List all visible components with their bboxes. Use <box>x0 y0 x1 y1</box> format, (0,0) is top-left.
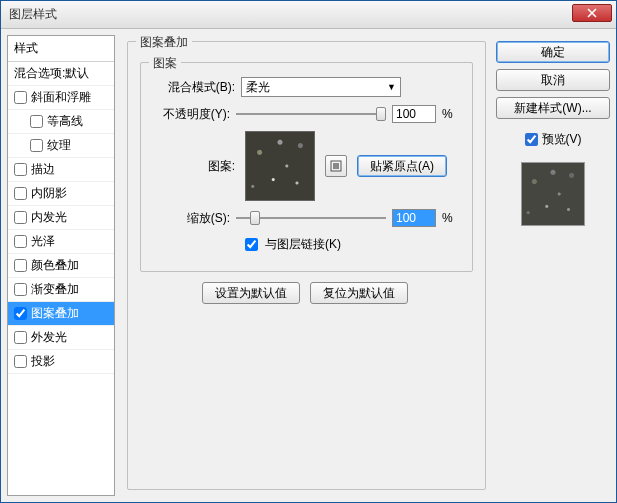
set-default-button[interactable]: 设置为默认值 <box>202 282 300 304</box>
style-item-checkbox[interactable] <box>14 283 27 296</box>
style-item-checkbox[interactable] <box>14 235 27 248</box>
pattern-row: 图案: 贴紧原点(A) <box>151 131 462 201</box>
svg-rect-1 <box>333 163 339 169</box>
style-item[interactable]: 内阴影 <box>8 182 114 206</box>
style-item-checkbox[interactable] <box>14 307 27 320</box>
style-item[interactable]: 纹理 <box>8 134 114 158</box>
snap-origin-button[interactable]: 贴紧原点(A) <box>357 155 447 177</box>
new-preset-icon <box>330 160 342 172</box>
blend-mode-row: 混合模式(B): 柔光 ▼ <box>151 77 462 97</box>
style-item-checkbox[interactable] <box>14 211 27 224</box>
pattern-label: 图案: <box>151 158 235 175</box>
style-item[interactable]: 投影 <box>8 350 114 374</box>
dialog-window: 图层样式 样式 混合选项:默认 斜面和浮雕等高线纹理描边内阴影内发光光泽颜色叠加… <box>0 0 617 503</box>
blending-options-row[interactable]: 混合选项:默认 <box>8 62 114 86</box>
style-item-label: 斜面和浮雕 <box>31 89 91 106</box>
right-panel: 确定 取消 新建样式(W)... 预览(V) <box>496 35 610 496</box>
link-with-layer-checkbox[interactable] <box>245 238 258 251</box>
close-icon <box>587 8 597 18</box>
blending-options-label: 混合选项:默认 <box>14 65 89 82</box>
scale-row: 缩放(S): 100 % <box>151 209 462 227</box>
percent-label: % <box>442 107 462 121</box>
style-item[interactable]: 外发光 <box>8 326 114 350</box>
style-item-label: 光泽 <box>31 233 55 250</box>
opacity-input[interactable]: 100 <box>392 105 436 123</box>
style-item[interactable]: 图案叠加 <box>8 302 114 326</box>
blend-mode-label: 混合模式(B): <box>151 79 235 96</box>
style-item-label: 纹理 <box>47 137 71 154</box>
style-item[interactable]: 内发光 <box>8 206 114 230</box>
style-item-label: 投影 <box>31 353 55 370</box>
pattern-group-title: 图案 <box>149 55 181 72</box>
scale-slider[interactable] <box>236 210 386 226</box>
scale-input[interactable]: 100 <box>392 209 436 227</box>
blend-mode-dropdown[interactable]: 柔光 ▼ <box>241 77 401 97</box>
percent-label: % <box>442 211 462 225</box>
preview-row: 预览(V) <box>496 131 610 148</box>
style-item-checkbox[interactable] <box>14 355 27 368</box>
style-item[interactable]: 光泽 <box>8 230 114 254</box>
pattern-swatch[interactable] <box>245 131 315 201</box>
style-item-checkbox[interactable] <box>14 91 27 104</box>
style-item[interactable]: 斜面和浮雕 <box>8 86 114 110</box>
pattern-group: 图案 混合模式(B): 柔光 ▼ 不透明度(Y): <box>140 62 473 272</box>
center-panel: 图案叠加 图案 混合模式(B): 柔光 ▼ 不透明度(Y): <box>121 35 490 496</box>
styles-list-header[interactable]: 样式 <box>8 36 114 62</box>
styles-list: 样式 混合选项:默认 斜面和浮雕等高线纹理描边内阴影内发光光泽颜色叠加渐变叠加图… <box>7 35 115 496</box>
style-item-checkbox[interactable] <box>14 259 27 272</box>
link-with-layer-label: 与图层链接(K) <box>265 236 341 253</box>
preview-thumbnail <box>521 162 585 226</box>
style-item-checkbox[interactable] <box>14 331 27 344</box>
group-title: 图案叠加 <box>136 34 192 51</box>
style-item-checkbox[interactable] <box>14 163 27 176</box>
new-style-button[interactable]: 新建样式(W)... <box>496 97 610 119</box>
style-item-label: 颜色叠加 <box>31 257 79 274</box>
ok-button[interactable]: 确定 <box>496 41 610 63</box>
preview-label: 预览(V) <box>542 131 582 148</box>
style-item-label: 图案叠加 <box>31 305 79 322</box>
new-preset-button[interactable] <box>325 155 347 177</box>
style-item-label: 外发光 <box>31 329 67 346</box>
dialog-body: 样式 混合选项:默认 斜面和浮雕等高线纹理描边内阴影内发光光泽颜色叠加渐变叠加图… <box>1 29 616 502</box>
chevron-down-icon: ▼ <box>387 82 396 92</box>
style-item-checkbox[interactable] <box>30 139 43 152</box>
opacity-row: 不透明度(Y): 100 % <box>151 105 462 123</box>
defaults-row: 设置为默认值 复位为默认值 <box>202 282 408 304</box>
style-item[interactable]: 等高线 <box>8 110 114 134</box>
opacity-slider[interactable] <box>236 106 386 122</box>
pattern-overlay-group: 图案叠加 图案 混合模式(B): 柔光 ▼ 不透明度(Y): <box>127 41 486 490</box>
scale-label: 缩放(S): <box>151 210 230 227</box>
link-with-layer-row: 与图层链接(K) <box>241 235 462 254</box>
style-item[interactable]: 描边 <box>8 158 114 182</box>
cancel-button[interactable]: 取消 <box>496 69 610 91</box>
close-button[interactable] <box>572 4 612 22</box>
preview-checkbox[interactable] <box>525 133 538 146</box>
style-item-checkbox[interactable] <box>30 115 43 128</box>
style-item-label: 内发光 <box>31 209 67 226</box>
style-item[interactable]: 颜色叠加 <box>8 254 114 278</box>
blend-mode-value: 柔光 <box>246 79 270 96</box>
style-item-label: 描边 <box>31 161 55 178</box>
style-item-label: 等高线 <box>47 113 83 130</box>
opacity-label: 不透明度(Y): <box>151 106 230 123</box>
dialog-title: 图层样式 <box>9 6 57 23</box>
reset-default-button[interactable]: 复位为默认值 <box>310 282 408 304</box>
titlebar: 图层样式 <box>1 1 616 29</box>
style-item-label: 渐变叠加 <box>31 281 79 298</box>
style-item-checkbox[interactable] <box>14 187 27 200</box>
style-item-label: 内阴影 <box>31 185 67 202</box>
style-item[interactable]: 渐变叠加 <box>8 278 114 302</box>
